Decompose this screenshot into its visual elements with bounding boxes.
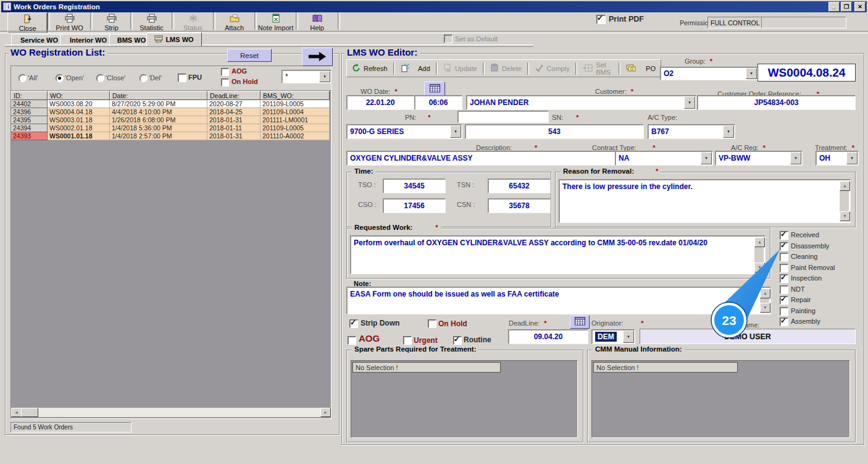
toolbar-help-button[interactable]: Help — [298, 12, 336, 32]
note-textarea[interactable]: EASA Form one should be issued as well a… — [346, 287, 771, 314]
scroll-up-button[interactable]: ▲ — [754, 237, 765, 247]
scroll-up-button[interactable]: ▲ — [760, 289, 770, 298]
received-checkbox[interactable]: ✓ — [780, 231, 788, 240]
reset-button[interactable]: Reset — [227, 49, 272, 62]
radio-del[interactable] — [140, 74, 148, 82]
sn-field[interactable]: 543 — [465, 124, 644, 139]
dropdown-button[interactable]: ▼ — [450, 125, 461, 138]
painting-checkbox[interactable] — [780, 307, 788, 316]
scroll-down-button[interactable]: ▼ — [760, 303, 770, 313]
dropdown-button[interactable]: ▼ — [790, 152, 801, 164]
col-header-date[interactable]: Date: — [110, 91, 207, 100]
dropdown-button[interactable]: ▼ — [684, 96, 695, 109]
toolbar-note-import-button[interactable]: Note Import — [256, 12, 295, 32]
col-header-wo[interactable]: WO: — [48, 91, 110, 100]
cso-field[interactable]: 17456 — [383, 198, 446, 213]
toolbar-attach-button[interactable]: Attach — [215, 12, 254, 32]
deadline-field[interactable]: 09.04.20 — [508, 329, 588, 344]
inspection-checkbox[interactable]: ✓ — [780, 274, 788, 283]
table-row-selected[interactable]: 24393 WS0001.01.18 1/4/2018 2:57:00 PM 2… — [11, 132, 330, 140]
cmm-manual-panel[interactable]: No Selection ! — [591, 360, 850, 438]
printer-icon — [107, 14, 117, 24]
table-row[interactable]: 24395 WS0003.01.18 1/26/2018 6:08:00 PM … — [11, 116, 330, 124]
scroll-left-button[interactable]: ◄ — [11, 408, 22, 417]
note-scrollbar[interactable]: ▲ ▼ — [760, 289, 769, 313]
scroll-down-button[interactable]: ▼ — [754, 263, 765, 272]
group-dropdown[interactable]: O2 ▼ — [660, 67, 758, 80]
on-hold-filter-checkbox[interactable] — [221, 78, 229, 86]
requested-work-scrollbar[interactable]: ▲ ▼ — [754, 237, 764, 272]
col-header-bms-wo[interactable]: BMS_WO: — [261, 91, 330, 100]
description-field[interactable]: OXYGEN CYLINDER&VALVE ASSY — [346, 151, 616, 166]
toolbar-print-wo-button[interactable]: Print WO — [50, 12, 89, 32]
on-hold-checkbox[interactable] — [428, 319, 436, 328]
spare-parts-panel[interactable]: No Selection ! — [351, 360, 578, 438]
aog-checkbox[interactable] — [348, 336, 356, 345]
close-window-button[interactable]: ✕ — [854, 2, 866, 12]
col-header-id[interactable]: ID: — [11, 91, 48, 100]
dropdown-button[interactable]: ▼ — [746, 68, 757, 79]
radio-close[interactable] — [96, 74, 104, 82]
assembly-checkbox[interactable]: ✓ — [780, 318, 788, 326]
radio-open[interactable] — [56, 74, 64, 82]
scroll-down-button[interactable]: ▼ — [840, 211, 850, 221]
aog-filter-checkbox[interactable] — [221, 68, 229, 76]
scroll-right-button[interactable]: ► — [320, 408, 331, 417]
ndt-checkbox[interactable] — [780, 285, 788, 294]
dropdown-button[interactable]: ▼ — [723, 125, 734, 138]
toolbar-close-button[interactable]: Close — [7, 12, 48, 33]
requested-work-textarea[interactable]: Perform overhaul of OXYGEN CYLINDER&VALV… — [350, 235, 766, 274]
tso-field[interactable]: 34545 — [383, 179, 446, 193]
wo-table-hscrollbar[interactable]: ◄ ► — [11, 408, 330, 417]
toolbar-statistic-button[interactable]: Statistic — [132, 12, 171, 32]
pn-dropdown[interactable]: 9700-G SERIES ▼ — [346, 124, 462, 139]
routine-checkbox[interactable]: ✓ — [453, 336, 462, 345]
reason-textarea[interactable]: There is low pressure in the cylinder. ▲… — [559, 179, 851, 223]
table-row[interactable]: 24402 WS0003.08.20 8/27/2020 5:29:00 PM … — [11, 100, 330, 108]
table-row[interactable]: 24396 WS0004.04.18 4/4/2018 4:10:00 PM 2… — [11, 108, 330, 116]
refresh-button[interactable]: Refresh — [347, 60, 393, 77]
originator-dropdown[interactable]: DEM ▼ — [591, 329, 635, 344]
fpu-checkbox[interactable] — [178, 74, 186, 82]
tsn-field[interactable]: 65432 — [488, 179, 551, 193]
hscroll-thumb[interactable] — [21, 408, 38, 417]
forward-arrow-button[interactable] — [302, 48, 333, 66]
paint-removal-checkbox[interactable] — [780, 264, 788, 272]
disassembly-checkbox[interactable]: ✓ — [780, 242, 788, 251]
cmm-manual-title: CMM Manual Information: — [593, 345, 685, 353]
treatment-dropdown[interactable]: OH ▼ — [816, 151, 859, 166]
dropdown-button[interactable]: ▼ — [701, 152, 712, 164]
repair-checkbox[interactable]: ✓ — [780, 296, 788, 305]
customer-dropdown[interactable]: JOHAN PENDER ▼ — [466, 95, 696, 110]
dropdown-button[interactable]: ▼ — [846, 152, 858, 164]
pn-search-field[interactable] — [457, 111, 549, 123]
col-header-deadline[interactable]: DeadLine: — [207, 91, 261, 100]
po-button[interactable]: PO — [621, 60, 661, 77]
toolbar-strip-button[interactable]: Strip — [92, 12, 131, 32]
minimize-button[interactable]: _ — [828, 2, 840, 12]
print-pdf-checkbox[interactable]: ✓ — [596, 15, 606, 24]
ac-type-dropdown[interactable]: B767 ▼ — [648, 124, 735, 139]
customer-order-reference-field[interactable]: JP54834-003 — [697, 95, 856, 110]
ac-reg-dropdown[interactable]: VP-BWW ▼ — [715, 151, 803, 166]
csn-field[interactable]: 35678 — [488, 198, 551, 213]
contract-type-dropdown[interactable]: NA ▼ — [615, 151, 713, 166]
urgent-checkbox[interactable] — [403, 336, 412, 345]
table-row[interactable]: 24394 WS0002.01.18 1/4/2018 5:36:00 PM 2… — [11, 124, 330, 132]
wo-date-calendar-button[interactable] — [424, 82, 445, 96]
add-button[interactable]: Add — [396, 60, 435, 77]
radio-all[interactable] — [19, 74, 27, 82]
strip-down-checkbox[interactable]: ✓ — [349, 319, 358, 328]
wo-date-field[interactable]: 22.01.20 — [346, 95, 414, 110]
restore-button[interactable]: ❒ — [841, 2, 852, 12]
wo-filter-dropdown[interactable]: * ▼ — [282, 70, 332, 83]
wo-time-field[interactable]: 06:06 — [414, 95, 462, 110]
work-orders-window: i Work Orders Registration _ ❒ ✕ Close P… — [0, 0, 868, 464]
scroll-up-button[interactable]: ▲ — [840, 181, 850, 191]
cleaning-checkbox[interactable] — [780, 253, 788, 261]
dropdown-button[interactable]: ▼ — [319, 71, 330, 82]
reason-scrollbar[interactable]: ▲ ▼ — [840, 181, 849, 221]
deadline-calendar-button[interactable] — [570, 315, 590, 329]
tab-lms-wo[interactable]: LMS WO — [146, 32, 202, 46]
dropdown-button[interactable]: ▼ — [623, 331, 634, 343]
